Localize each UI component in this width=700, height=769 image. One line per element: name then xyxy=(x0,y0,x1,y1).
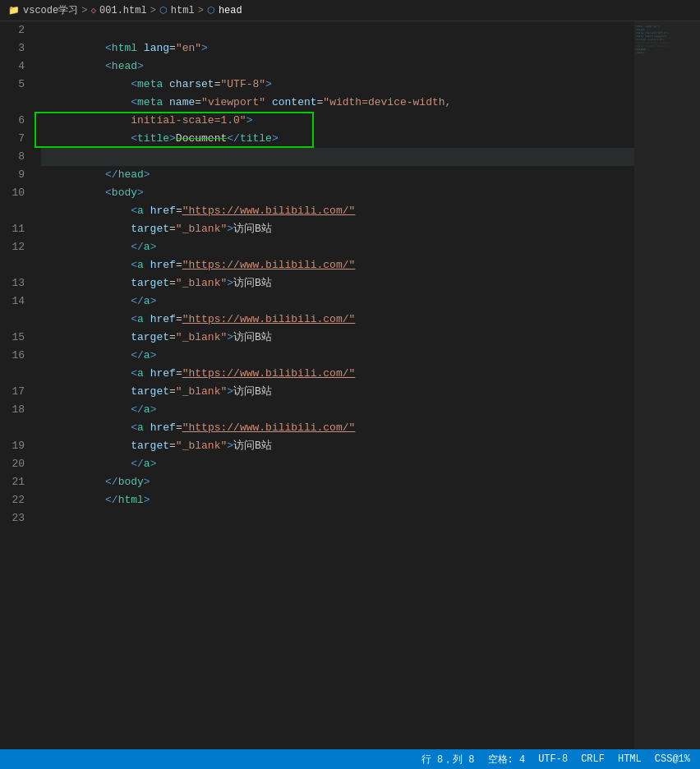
line-num-3: 3 xyxy=(0,39,25,58)
code-line-20: </body> xyxy=(41,455,634,473)
code-line-5b: initial-scale=1.0"> xyxy=(41,94,634,112)
line-num-21: 21 xyxy=(0,473,25,491)
code-line-16a: <a href="https://www.bilibili.com/" xyxy=(41,347,634,365)
code-line-7: <base target="_blank"> xyxy=(41,130,634,148)
code-line-11: </a> xyxy=(41,220,634,238)
code-line-21: </html> xyxy=(41,473,634,491)
breadcrumb-sep-3: > xyxy=(198,5,204,16)
line-num-5b xyxy=(0,94,25,112)
line-num-9: 9 xyxy=(0,166,25,184)
code-line-12b: target="_blank">访问B站 xyxy=(41,256,634,274)
line-num-20: 20 xyxy=(0,455,25,473)
line-num-16: 16 xyxy=(0,347,25,365)
scrollbar[interactable]: <html lang="en"> <head> <meta charset="U… xyxy=(634,21,700,749)
code-line-4: <meta charset="UTF-8"> xyxy=(41,58,634,76)
breadcrumb-file[interactable]: 001.html xyxy=(99,5,147,16)
line-num-14: 14 xyxy=(0,292,25,311)
line-num-6: 6 xyxy=(0,112,25,130)
code-line-22 xyxy=(41,491,634,509)
line-num-11: 11 xyxy=(0,220,25,238)
code-line-13: </a> xyxy=(41,274,634,292)
code-line-5a: <meta name="viewport" content="width=dev… xyxy=(41,76,634,94)
status-encoding[interactable]: UTF-8 xyxy=(538,753,568,765)
breadcrumb-sep-1: > xyxy=(81,5,87,16)
line-num-23: 23 xyxy=(0,509,25,527)
line-num-4: 4 xyxy=(0,58,25,76)
code-line-23 xyxy=(41,509,634,527)
folder-icon: 📁 xyxy=(8,5,20,16)
status-line-col[interactable]: 行 8，列 8 xyxy=(421,753,475,767)
code-line-10b: target="_blank">访问B站 xyxy=(41,202,634,220)
line-num-10b xyxy=(0,202,25,220)
line-num-12: 12 xyxy=(0,238,25,256)
html-tag-icon: ⬡ xyxy=(159,5,168,16)
minimap-content: <html lang="en"> <head> <meta charset="U… xyxy=(634,21,700,56)
breadcrumb-sep-2: > xyxy=(150,5,156,16)
code-line-16b: target="_blank">访问B站 xyxy=(41,365,634,383)
line-num-16b xyxy=(0,365,25,383)
line-num-14b xyxy=(0,311,25,329)
code-line-12a: <a href="https://www.bilibili.com/" xyxy=(41,238,634,256)
line-num-7: 7 xyxy=(0,130,25,148)
code-line-19: </a> xyxy=(41,437,634,455)
line-num-13: 13 xyxy=(0,274,25,292)
line-num-18: 18 xyxy=(0,401,25,419)
head-tag-icon: ⬡ xyxy=(207,5,215,16)
status-spaces[interactable]: 空格: 4 xyxy=(488,753,526,767)
code-line-18b: target="_blank">访问B站 xyxy=(41,419,634,437)
code-line-9: <body> xyxy=(41,166,634,184)
line-num-19: 19 xyxy=(0,437,25,455)
line-num-18b xyxy=(0,419,25,437)
status-language[interactable]: HTML xyxy=(618,753,642,765)
line-num-15: 15 xyxy=(0,329,25,347)
breadcrumb-html[interactable]: html xyxy=(171,5,195,16)
line-num-5: 5 xyxy=(0,76,25,94)
editor: 2 3 4 5 6 7 8 9 10 11 12 13 14 15 16 17 … xyxy=(0,21,700,749)
code-line-15: </a> xyxy=(41,329,634,347)
code-line-3: <head> xyxy=(41,39,634,58)
breadcrumb-folder[interactable]: vscode学习 xyxy=(23,3,78,17)
breadcrumb-head[interactable]: head xyxy=(219,5,242,16)
line-num-12b xyxy=(0,256,25,274)
minimap: <html lang="en"> <head> <meta charset="U… xyxy=(634,21,700,749)
status-line-ending[interactable]: CRLF xyxy=(581,753,605,765)
line-num-22: 22 xyxy=(0,491,25,509)
code-line-6: <title>Document</title> xyxy=(41,112,634,130)
code-line-17: </a> xyxy=(41,383,634,401)
status-bar: 行 8，列 8 空格: 4 UTF-8 CRLF HTML CSS@1% xyxy=(0,749,700,769)
line-numbers: 2 3 4 5 6 7 8 9 10 11 12 13 14 15 16 17 … xyxy=(0,21,35,749)
breadcrumb: 📁 vscode学习 > ◇ 001.html > ⬡ html > ⬡ hea… xyxy=(0,0,700,21)
line-num-10: 10 xyxy=(0,184,25,202)
code-line-2: <html lang="en"> xyxy=(41,21,634,39)
line-num-8: 8 xyxy=(0,148,25,166)
code-line-14a: <a href="https://www.bilibili.com/" xyxy=(41,292,634,311)
status-extra: CSS@1% xyxy=(655,753,690,765)
code-line-10a: <a href="https://www.bilibili.com/" xyxy=(41,184,634,202)
code-line-18a: <a href="https://www.bilibili.com/" xyxy=(41,401,634,419)
code-content[interactable]: <html lang="en"> <head> <meta charset="U… xyxy=(35,21,634,749)
line-num-2: 2 xyxy=(0,21,25,39)
code-line-8: </head> xyxy=(41,148,634,166)
html-file-icon: ◇ xyxy=(90,5,96,16)
line-num-17: 17 xyxy=(0,383,25,401)
code-line-14b: target="_blank">访问B站 xyxy=(41,311,634,329)
